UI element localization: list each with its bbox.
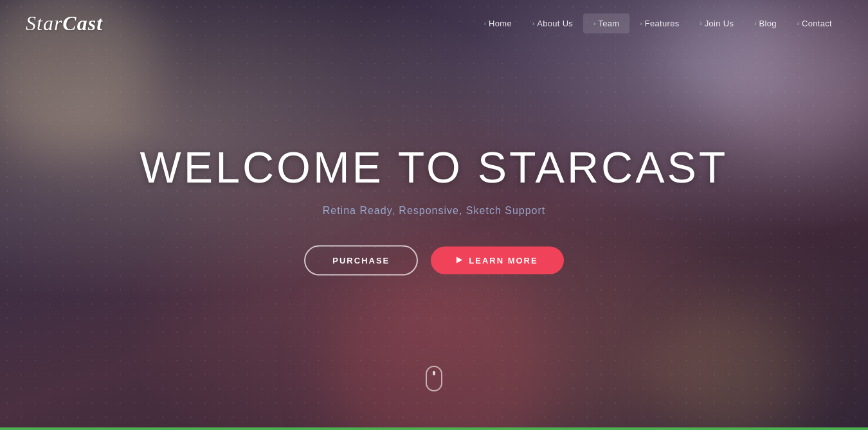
nav-link-contact[interactable]: › Contact — [787, 13, 842, 33]
hero-section: StarCast › Home › About Us › Team — [0, 0, 868, 430]
nav-item-features[interactable]: › Features — [629, 13, 689, 33]
chevron-icon: › — [700, 21, 701, 27]
play-icon — [457, 257, 462, 264]
hero-content: WELCOME TO STARCAST Retina Ready, Respon… — [0, 141, 868, 275]
chevron-icon: › — [532, 21, 534, 27]
scroll-dot — [433, 371, 435, 375]
chevron-icon: › — [640, 21, 642, 27]
learn-more-button[interactable]: LEARN MORE — [431, 246, 563, 274]
nav-label: Blog — [759, 19, 777, 28]
hero-subtitle: Retina Ready, Responsive, Sketch Support — [0, 204, 868, 216]
chevron-icon: › — [754, 21, 756, 27]
scroll-mouse — [426, 366, 442, 391]
nav-item-blog[interactable]: › Blog — [744, 13, 787, 33]
nav-links: › Home › About Us › Team › Feature — [474, 13, 842, 33]
learn-more-label: LEARN MORE — [469, 255, 538, 265]
nav-label: Home — [489, 19, 512, 28]
nav-label: Join Us — [705, 19, 734, 28]
bottom-accent-bar — [0, 427, 868, 430]
nav-item-about[interactable]: › About Us — [522, 13, 583, 33]
nav-link-home[interactable]: › Home — [474, 13, 522, 33]
purchase-button[interactable]: PURCHASE — [304, 245, 418, 275]
nav-label: Contact — [802, 19, 832, 28]
chevron-icon: › — [593, 21, 595, 27]
bokeh-4 — [330, 256, 555, 430]
nav-label: Team — [598, 19, 619, 28]
nav-link-team[interactable]: › Team — [583, 13, 629, 33]
hero-title: WELCOME TO STARCAST — [0, 141, 868, 192]
scroll-indicator[interactable] — [426, 366, 442, 391]
chevron-icon: › — [484, 21, 486, 27]
nav-link-joinus[interactable]: › Join Us — [689, 13, 744, 33]
navbar: StarCast › Home › About Us › Team — [0, 0, 868, 47]
logo[interactable]: StarCast — [26, 12, 103, 35]
hero-buttons: PURCHASE LEARN MORE — [0, 245, 868, 275]
nav-item-joinus[interactable]: › Join Us — [689, 13, 744, 33]
chevron-icon: › — [797, 21, 799, 27]
nav-link-blog[interactable]: › Blog — [744, 13, 787, 33]
nav-item-team[interactable]: › Team — [583, 13, 629, 33]
nav-link-about[interactable]: › About Us — [522, 13, 583, 33]
bokeh-5 — [662, 301, 804, 430]
nav-item-home[interactable]: › Home — [474, 13, 522, 33]
nav-link-features[interactable]: › Features — [629, 13, 689, 33]
nav-label: About Us — [537, 19, 573, 28]
nav-item-contact[interactable]: › Contact — [787, 13, 842, 33]
nav-label: Features — [645, 19, 680, 28]
